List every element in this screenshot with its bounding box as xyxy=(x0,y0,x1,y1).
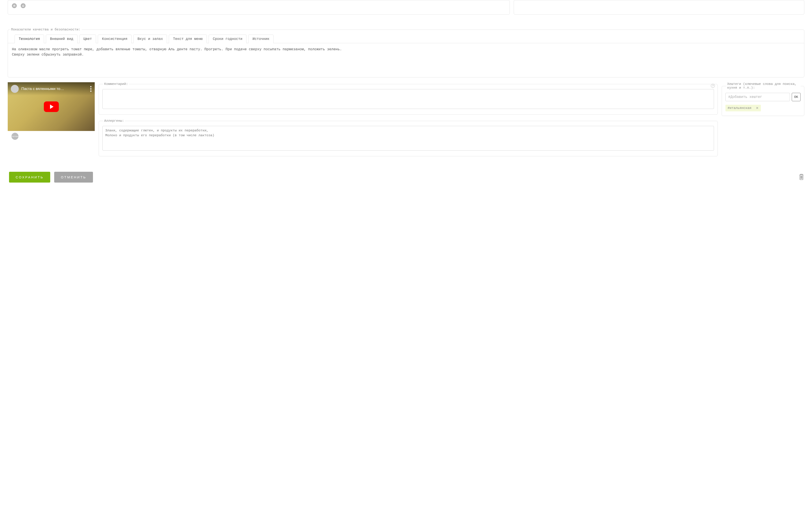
tab-menu-text[interactable]: Текст для меню xyxy=(169,35,207,43)
quality-tab-content[interactable]: На оливковом масле прогреть томат пюре, … xyxy=(8,43,804,77)
allergens-fieldset: Аллергены: xyxy=(99,119,718,156)
allergens-legend: Аллергены: xyxy=(103,119,125,123)
comment-legend: Комментарий: xyxy=(103,82,129,86)
play-button[interactable] xyxy=(44,101,59,112)
hashtag-ok-button[interactable]: OK xyxy=(792,93,801,101)
video-overlay: Паста с вяленными то… ••• xyxy=(8,82,95,95)
tab-technology[interactable]: Технология xyxy=(14,35,44,43)
video-title: Паста с вяленными то… xyxy=(21,87,90,91)
video-thumbnail[interactable]: Паста с вяленными то… ••• xyxy=(8,82,95,131)
tab-color[interactable]: Цвет xyxy=(79,35,96,43)
help-icon[interactable]: ? xyxy=(711,84,715,88)
hashtags-legend: Хештеги (ключевые слова для поиска, кухн… xyxy=(726,82,801,90)
comments-column: Комментарий: ? Аллергены: xyxy=(99,82,718,156)
tab-appearance[interactable]: Внешний вид xyxy=(46,35,78,43)
quality-fieldset: Показатели качества и безопасности: Техн… xyxy=(8,28,804,77)
video-menu-icon[interactable]: ••• xyxy=(90,86,92,92)
comment-fieldset: Комментарий: ? xyxy=(99,82,718,115)
search-engine-icons: Я G xyxy=(12,3,506,8)
tab-taste-smell[interactable]: Вкус и запах xyxy=(133,35,167,43)
hashtag-chip-label: #итальянская xyxy=(728,106,752,110)
video-channel-avatar[interactable] xyxy=(11,85,19,93)
tab-consistency[interactable]: Консистенция xyxy=(98,35,132,43)
top-card-left: Я G xyxy=(8,0,510,14)
hashtag-input-row: OK xyxy=(725,93,801,101)
top-card-right xyxy=(514,0,804,14)
hashtag-remove-icon[interactable]: ✕ xyxy=(756,106,759,110)
cancel-button[interactable]: ОТМЕНИТЬ xyxy=(54,172,93,182)
hashtags-fieldset: Хештеги (ключевые слова для поиска, кухн… xyxy=(722,82,804,116)
bottom-actions: СОХРАНИТЬ ОТМЕНИТЬ xyxy=(8,172,804,182)
comment-textarea[interactable] xyxy=(102,89,714,109)
play-icon xyxy=(50,104,53,109)
video-column: Паста с вяленными то… ••• YouTube xyxy=(8,82,95,140)
quality-legend: Показатели качества и безопасности: xyxy=(10,28,82,32)
tab-shelf-life[interactable]: Сроки годности xyxy=(208,35,246,43)
save-button[interactable]: СОХРАНИТЬ xyxy=(9,172,50,182)
tab-source[interactable]: Источник xyxy=(248,35,274,43)
quality-tabs: Технология Внешний вид Цвет Консистенция… xyxy=(8,35,804,43)
mid-row: Паста с вяленными то… ••• YouTube Коммен… xyxy=(8,82,804,156)
delete-icon[interactable] xyxy=(799,173,804,181)
allergens-textarea[interactable] xyxy=(102,126,714,151)
youtube-badge-icon[interactable]: YouTube xyxy=(11,133,18,140)
top-cards-row: Я G xyxy=(8,0,804,14)
hashtag-input[interactable] xyxy=(725,93,790,101)
yandex-icon[interactable]: Я xyxy=(12,3,17,8)
google-icon[interactable]: G xyxy=(21,3,26,8)
hashtag-chip: #итальянская ✕ xyxy=(725,105,761,111)
